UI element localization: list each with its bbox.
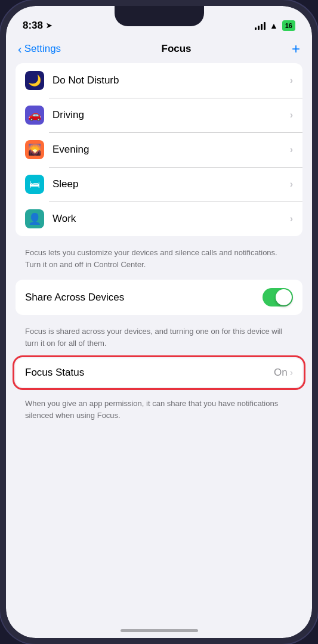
- evening-label: Evening: [53, 144, 290, 156]
- list-item[interactable]: 🌙 Do Not Disturb ›: [16, 63, 302, 98]
- list-item[interactable]: 🛏 Sleep ›: [16, 167, 302, 202]
- work-label: Work: [53, 213, 290, 225]
- driving-icon: 🚗: [25, 106, 44, 125]
- focus-status-description: When you give an app permission, it can …: [16, 393, 302, 431]
- chevron-right-icon: ›: [290, 144, 293, 155]
- focus-status-card[interactable]: Focus Status On ›: [16, 358, 302, 387]
- status-icons: ▲ 16: [255, 20, 295, 31]
- sleep-icon: 🛏: [25, 175, 44, 194]
- phone-screen: 8:38 ➤ ▲ 16 ‹ Settings: [6, 6, 312, 638]
- list-item[interactable]: 👤 Work ›: [16, 202, 302, 236]
- work-icon: 👤: [25, 209, 44, 228]
- nav-bar: ‹ Settings Focus +: [6, 37, 312, 63]
- do-not-disturb-icon: 🌙: [25, 71, 44, 90]
- focus-status-on-label: On: [274, 367, 288, 379]
- do-not-disturb-label: Do Not Disturb: [53, 75, 290, 86]
- back-button[interactable]: ‹ Settings: [18, 42, 61, 56]
- wifi-icon: ▲: [270, 21, 278, 30]
- driving-label: Driving: [53, 109, 290, 121]
- chevron-right-icon: ›: [290, 179, 293, 190]
- focus-description: Focus lets you customize your devices an…: [16, 242, 302, 280]
- focus-status-label: Focus Status: [25, 367, 84, 379]
- chevron-right-icon: ›: [290, 213, 293, 224]
- share-across-devices-label: Share Across Devices: [25, 292, 124, 304]
- back-chevron-icon: ‹: [18, 42, 22, 56]
- back-label: Settings: [24, 43, 61, 55]
- time-label: 8:38: [23, 20, 43, 32]
- share-across-devices-toggle[interactable]: [263, 288, 293, 306]
- chevron-right-icon: ›: [290, 110, 293, 120]
- home-indicator: [121, 629, 198, 632]
- battery-icon: 16: [282, 20, 295, 31]
- sleep-label: Sleep: [53, 178, 290, 190]
- battery-level: 16: [285, 22, 292, 29]
- notch: [115, 6, 204, 26]
- add-focus-button[interactable]: +: [292, 42, 300, 56]
- chevron-right-icon: ›: [290, 75, 293, 86]
- focus-items-card: 🌙 Do Not Disturb › 🚗 Driving › 🌄 Evening…: [16, 63, 302, 236]
- phone-frame: 8:38 ➤ ▲ 16 ‹ Settings: [0, 0, 318, 644]
- status-time: 8:38 ➤: [23, 20, 52, 32]
- list-item[interactable]: 🚗 Driving ›: [16, 98, 302, 132]
- share-across-devices-card: Share Across Devices: [16, 280, 302, 315]
- page-title: Focus: [61, 43, 292, 55]
- location-arrow-icon: ➤: [46, 21, 52, 30]
- list-item[interactable]: 🌄 Evening ›: [16, 132, 302, 167]
- focus-status-chevron-icon: ›: [290, 367, 293, 378]
- evening-icon: 🌄: [25, 140, 44, 159]
- focus-status-value: On ›: [274, 367, 293, 379]
- toggle-thumb: [276, 289, 292, 305]
- signal-bars-icon: [255, 21, 265, 30]
- content-area: 🌙 Do Not Disturb › 🚗 Driving › 🌄 Evening…: [6, 63, 312, 631]
- share-devices-description: Focus is shared across your devices, and…: [16, 321, 302, 358]
